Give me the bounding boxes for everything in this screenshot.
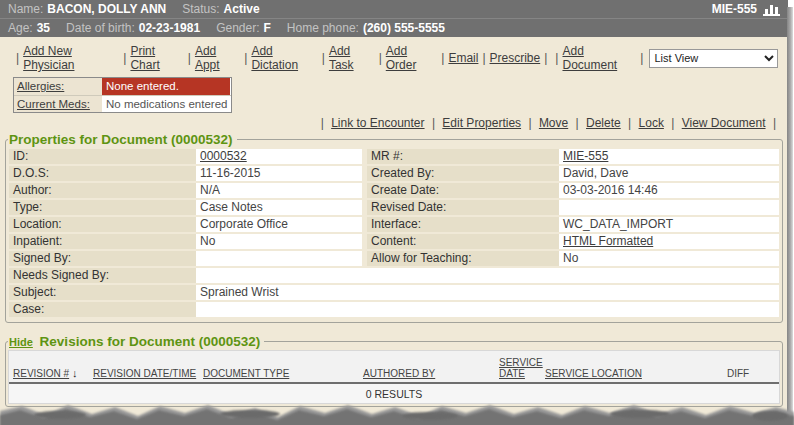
revisions-section-legend: Hide Revisions for Document (0000532) (8, 334, 264, 349)
property-row-subject: Subject: Sprained Wrist (9, 285, 779, 300)
prescribe-link[interactable]: Prescribe (490, 51, 541, 65)
revision-number-header: REVISION # ↓ (9, 367, 89, 379)
html-formatted-link[interactable]: HTML Formatted (563, 234, 653, 248)
separator: | (671, 116, 674, 130)
separator: | (528, 116, 531, 130)
phone-label: Home phone: (287, 21, 359, 35)
patient-dob: 02-23-1981 (139, 21, 200, 35)
patient-phone: (260) 555-5555 (363, 21, 445, 35)
chart-toolbar: | Add New Physician | Print Chart | Add … (0, 37, 788, 72)
separator: | (773, 116, 776, 130)
subject-label: Subject: (9, 285, 196, 300)
allow-teaching-label: Allow for Teaching: (367, 251, 559, 266)
revised-date-value (559, 200, 779, 215)
diff-header: DIFF (723, 368, 779, 379)
authored-by-header: AUTHORED BY (359, 368, 495, 379)
separator: | (16, 51, 19, 65)
content-label: Content: (367, 234, 559, 249)
document-id-link[interactable]: 0000532 (200, 149, 247, 163)
service-date-sort-link-1[interactable]: SERVICE (499, 357, 543, 368)
service-location-header: SERVICE LOCATION (541, 368, 723, 379)
separator: | (432, 116, 435, 130)
separator: | (379, 51, 382, 65)
link-to-encounter-link[interactable]: Link to Encounter (331, 116, 424, 130)
author-label: Author: (9, 183, 196, 198)
separator: | (482, 51, 485, 65)
document-type-header: DOCUMENT TYPE (199, 368, 359, 379)
separator: | (123, 51, 126, 65)
allergies-link[interactable]: Allergies: (17, 80, 64, 92)
service-date-header: SERVICE DATE (495, 357, 541, 379)
patient-age: 35 (37, 21, 50, 35)
email-link[interactable]: Email (448, 51, 478, 65)
move-link[interactable]: Move (539, 116, 568, 130)
current-meds-link[interactable]: Current Meds: (17, 98, 90, 110)
add-task-link[interactable]: Add Task (329, 44, 375, 72)
patient-name: BACON, DOLLY ANN (47, 2, 166, 16)
add-appt-link[interactable]: Add Appt (195, 44, 240, 72)
add-document-link[interactable]: Add Document (562, 44, 636, 72)
encounters-section-title: Encounters Linked To Document (0000532) (40, 419, 316, 425)
document-view-select[interactable]: List View (649, 49, 778, 68)
revision-number-sort-link[interactable]: REVISION # (13, 368, 69, 379)
add-dictation-link[interactable]: Add Dictation (251, 44, 317, 72)
properties-section-title: Properties for Document (0000532) (8, 132, 237, 147)
separator: | (322, 51, 325, 65)
current-meds-row: Current Meds: No medications entered (14, 95, 231, 112)
dos-value: 11-16-2015 (196, 166, 362, 181)
property-row-needs-signed-by: Needs Signed By: (9, 268, 779, 283)
hide-encounters-link[interactable]: Hide (9, 421, 33, 425)
edit-properties-link[interactable]: Edit Properties (442, 116, 521, 130)
delete-link[interactable]: Delete (586, 116, 621, 130)
create-date-value: 03-03-2016 14:46 (559, 183, 779, 198)
hide-revisions-link[interactable]: Hide (9, 336, 33, 348)
document-type-sort-link[interactable]: DOCUMENT TYPE (203, 368, 289, 379)
patient-chart-page: Name: BACON, DOLLY ANN Status: Active MI… (0, 0, 788, 425)
separator: | (244, 51, 247, 65)
patient-banner-row1: Name: BACON, DOLLY ANN Status: Active MI… (0, 0, 788, 18)
service-location-sort-link[interactable]: SERVICE LOCATION (545, 368, 642, 379)
add-order-link[interactable]: Add Order (386, 44, 438, 72)
revised-date-label: Revised Date: (367, 200, 559, 215)
allergies-cell: Allergies: (14, 78, 102, 95)
authored-by-sort-link[interactable]: AUTHORED BY (363, 368, 435, 379)
dob-label: Date of birth: (66, 21, 135, 35)
separator: | (409, 421, 412, 425)
property-row-signedby-teaching: Signed By: Allow for Teaching: No (9, 251, 779, 266)
revisions-results-count: 0 RESULTS (9, 384, 779, 403)
separator: | (321, 116, 324, 130)
interface-label: Interface: (367, 217, 559, 232)
separator: | (628, 116, 631, 130)
allergies-row: Allergies: None entered. (14, 78, 231, 95)
allow-teaching-value: No (559, 251, 779, 266)
separator: | (323, 421, 326, 425)
bar-chart-icon[interactable] (763, 3, 780, 16)
mr-value: MIE-555 (559, 149, 779, 164)
revisions-section-title: Revisions for Document (0000532) (40, 334, 261, 349)
print-chart-link[interactable]: Print Chart (130, 44, 183, 72)
age-label: Age: (8, 21, 33, 35)
dos-label: D.O.S: (9, 166, 196, 181)
view-document-link[interactable]: View Document (682, 116, 766, 130)
current-meds-cell: Current Meds: (14, 96, 102, 112)
separator: | (544, 51, 547, 65)
property-row-dos-createdby: D.O.S: 11-16-2015 Created By: David, Dav… (9, 166, 779, 181)
signed-by-label: Signed By: (9, 251, 196, 266)
show-deleted-link[interactable]: Show Deleted (333, 421, 402, 425)
mr-number-link[interactable]: MIE-555 (563, 149, 608, 163)
allergy-meds-panel: Allergies: None entered. Current Meds: N… (13, 77, 232, 113)
lock-link[interactable]: Lock (639, 116, 664, 130)
patient-gender: F (264, 21, 271, 35)
case-value (196, 302, 779, 317)
inpatient-label: Inpatient: (9, 234, 196, 249)
interface-value: WC_DATA_IMPORT (559, 217, 779, 232)
add-new-physician-link[interactable]: Add New Physician (23, 44, 119, 72)
separator: | (555, 51, 558, 65)
property-row-type-reviseddate: Type: Case Notes Revised Date: (9, 200, 779, 215)
properties-section: Properties for Document (0000532) ID: 00… (5, 132, 783, 323)
revision-datetime-sort-link[interactable]: REVISION DATE/TIME (93, 368, 196, 379)
signed-by-value (196, 251, 362, 266)
separator: | (576, 116, 579, 130)
sort-descending-icon[interactable]: ↓ (72, 367, 78, 379)
service-date-sort-link-2[interactable]: DATE (499, 368, 525, 379)
